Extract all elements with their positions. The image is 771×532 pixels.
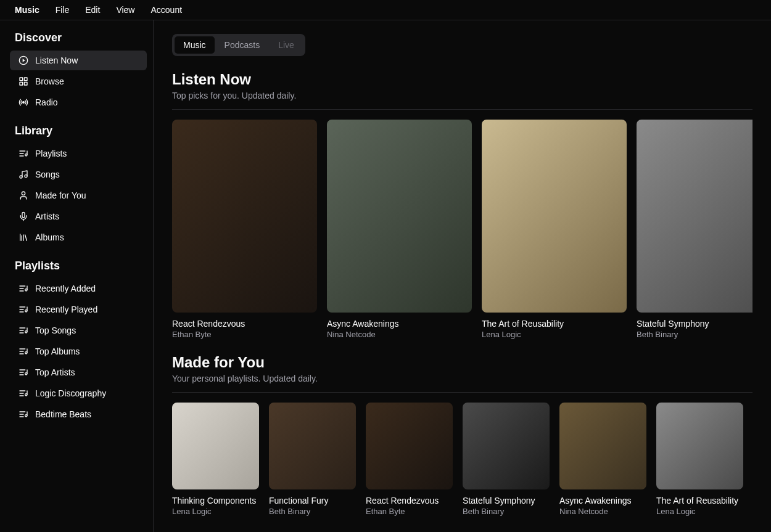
playlist-icon	[19, 409, 28, 419]
playlist-icon	[19, 367, 28, 377]
playlist-icon	[19, 305, 28, 314]
menubar-item-music[interactable]: Music	[15, 5, 39, 15]
album-title: Stateful Symphony	[463, 496, 550, 505]
sidebar-item-songs[interactable]: Songs	[10, 165, 147, 184]
album-title: Thinking Components	[172, 496, 259, 505]
playlist-icon	[19, 149, 28, 158]
sidebar-heading: Playlists	[10, 260, 147, 279]
svg-point-9	[22, 192, 25, 195]
album-card[interactable]: React RendezvousEthan Byte	[172, 120, 317, 339]
sidebar-item-radio[interactable]: Radio	[10, 92, 147, 112]
sidebar-item-label: Top Songs	[35, 325, 76, 335]
separator	[172, 109, 752, 110]
sidebar-item-label: Top Albums	[35, 346, 80, 356]
card-row: Thinking ComponentsLena LogicFunctional …	[172, 403, 752, 516]
album-artist: Lena Logic	[172, 507, 259, 516]
sidebar-item-albums[interactable]: Albums	[10, 227, 147, 247]
album-card[interactable]: Stateful SymphonyBeth Binary	[637, 120, 752, 339]
album-card[interactable]: Functional FuryBeth Binary	[269, 403, 356, 516]
album-artist: Nina Netcode	[559, 507, 646, 516]
menubar-item-account[interactable]: Account	[150, 5, 182, 15]
playlist-icon	[19, 325, 28, 335]
svg-marker-1	[23, 59, 25, 62]
album-card[interactable]: Async AwakeningsNina Netcode	[327, 120, 472, 339]
playlist-icon	[19, 346, 28, 356]
sidebar-item-label: Songs	[35, 170, 60, 179]
svg-rect-3	[24, 78, 27, 81]
playlist-icon	[19, 388, 28, 398]
tab-live: Live	[270, 36, 303, 54]
tab-music[interactable]: Music	[175, 36, 215, 54]
tab-podcasts[interactable]: Podcasts	[216, 36, 269, 54]
svg-rect-2	[20, 78, 23, 81]
album-artist: Beth Binary	[463, 507, 550, 516]
section-title: Listen Now	[172, 71, 752, 88]
album-cover	[637, 120, 752, 313]
sidebar: DiscoverListen NowBrowseRadioLibraryPlay…	[0, 20, 154, 532]
sidebar-item-top-albums[interactable]: Top Albums	[10, 342, 147, 361]
album-title: Async Awakenings	[559, 496, 646, 505]
album-title: React Rendezvous	[172, 319, 317, 329]
sidebar-item-label: Artists	[35, 211, 59, 221]
content-tabs: MusicPodcastsLive	[172, 34, 305, 56]
sidebar-item-playlists[interactable]: Playlists	[10, 144, 147, 163]
sidebar-item-label: Logic Discography	[35, 388, 106, 398]
album-artist: Beth Binary	[637, 330, 752, 339]
card-row: React RendezvousEthan ByteAsync Awakenin…	[172, 120, 752, 339]
album-cover	[172, 403, 259, 489]
sidebar-item-made-for-you[interactable]: Made for You	[10, 186, 147, 205]
album-cover	[366, 403, 453, 489]
menubar-item-view[interactable]: View	[116, 5, 134, 15]
album-artist: Beth Binary	[269, 507, 356, 516]
sidebar-item-label: Radio	[35, 97, 58, 107]
svg-point-8	[25, 175, 27, 178]
sidebar-item-label: Playlists	[35, 149, 67, 158]
album-title: Async Awakenings	[327, 319, 472, 329]
album-cover	[656, 403, 743, 489]
album-cover	[482, 120, 627, 313]
album-cover	[269, 403, 356, 489]
sidebar-item-browse[interactable]: Browse	[10, 72, 147, 91]
album-card[interactable]: Async AwakeningsNina Netcode	[559, 403, 646, 516]
sidebar-item-logic-discography[interactable]: Logic Discography	[10, 383, 147, 403]
user-icon	[19, 190, 28, 200]
mic-icon	[19, 211, 28, 221]
menubar-item-edit[interactable]: Edit	[85, 5, 100, 15]
album-card[interactable]: React RendezvousEthan Byte	[366, 403, 453, 516]
music-note-icon	[19, 170, 28, 179]
sidebar-item-bedtime-beats[interactable]: Bedtime Beats	[10, 404, 147, 424]
library-icon	[19, 232, 28, 242]
sidebar-item-label: Recently Added	[35, 284, 96, 293]
sidebar-item-label: Listen Now	[35, 55, 78, 65]
sidebar-item-label: Albums	[35, 232, 64, 242]
svg-point-7	[20, 176, 22, 178]
sidebar-item-recently-played[interactable]: Recently Played	[10, 300, 147, 319]
grid-icon	[19, 76, 28, 86]
album-title: The Art of Reusability	[482, 319, 627, 329]
album-card[interactable]: The Art of ReusabilityLena Logic	[656, 403, 743, 516]
playlist-icon	[19, 284, 28, 293]
album-card[interactable]: Thinking ComponentsLena Logic	[172, 403, 259, 516]
svg-point-6	[23, 102, 25, 104]
album-cover	[463, 403, 550, 489]
sidebar-item-label: Top Artists	[35, 367, 75, 377]
album-card[interactable]: The Art of ReusabilityLena Logic	[482, 120, 627, 339]
album-artist: Ethan Byte	[366, 507, 453, 516]
album-artist: Lena Logic	[482, 330, 627, 339]
sidebar-item-top-songs[interactable]: Top Songs	[10, 321, 147, 340]
album-cover	[559, 403, 646, 489]
album-card[interactable]: Stateful SymphonyBeth Binary	[463, 403, 550, 516]
sidebar-item-listen-now[interactable]: Listen Now	[10, 51, 147, 70]
album-title: React Rendezvous	[366, 496, 453, 505]
sidebar-item-artists[interactable]: Artists	[10, 207, 147, 226]
separator	[172, 392, 752, 393]
album-cover	[327, 120, 472, 313]
play-circle-icon	[19, 55, 28, 65]
section-subtitle: Your personal playlists. Updated daily.	[172, 374, 752, 383]
main-content: MusicPodcastsLive Listen NowTop picks fo…	[154, 20, 771, 532]
sidebar-item-top-artists[interactable]: Top Artists	[10, 362, 147, 382]
radio-icon	[19, 97, 28, 107]
sidebar-item-recently-added[interactable]: Recently Added	[10, 279, 147, 298]
section-title: Made for You	[172, 354, 752, 371]
menubar-item-file[interactable]: File	[56, 5, 70, 15]
